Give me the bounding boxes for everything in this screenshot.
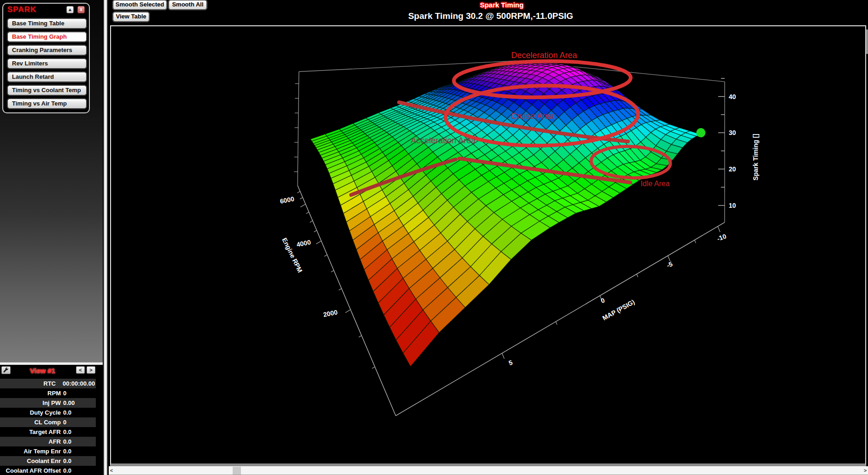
- svg-text:5: 5: [508, 358, 514, 367]
- svg-text:6000: 6000: [279, 195, 295, 205]
- svg-text:Idle Area: Idle Area: [640, 180, 669, 188]
- svg-text:2000: 2000: [323, 308, 338, 318]
- svg-text:MAP (PSIG): MAP (PSIG): [601, 298, 636, 322]
- svg-text:Cruise Area: Cruise Area: [511, 111, 555, 121]
- svg-text:0: 0: [600, 296, 606, 305]
- svg-text:10: 10: [729, 202, 736, 209]
- svg-text:4000: 4000: [296, 238, 311, 248]
- svg-text:40: 40: [729, 93, 736, 100]
- svg-text:30: 30: [729, 129, 736, 136]
- svg-text:Spark Timing []: Spark Timing []: [752, 134, 759, 181]
- svg-text:Acceleration Area: Acceleration Area: [411, 136, 476, 145]
- svg-text:20: 20: [729, 165, 736, 173]
- svg-text:-10: -10: [716, 232, 727, 242]
- svg-text:Deceleration Area: Deceleration Area: [511, 51, 577, 60]
- svg-text:-5: -5: [666, 260, 674, 269]
